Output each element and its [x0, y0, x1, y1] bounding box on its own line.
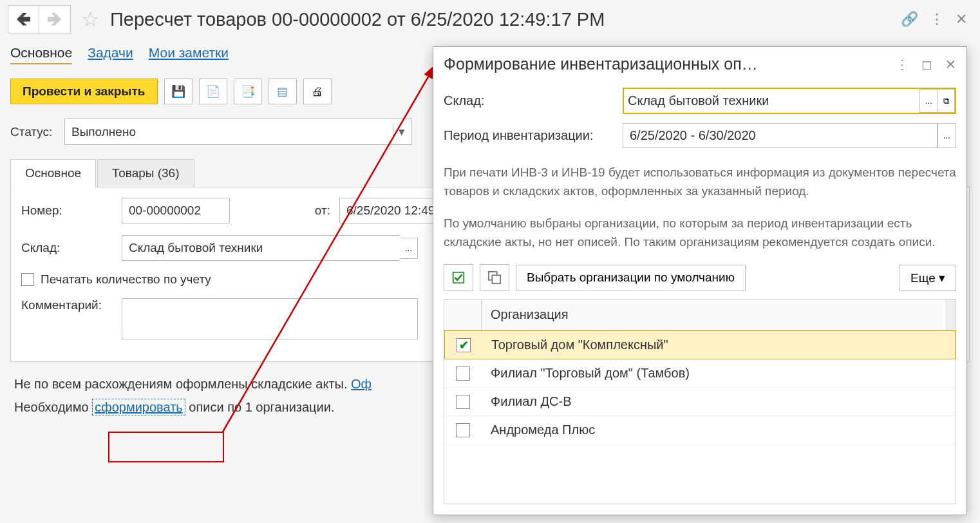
comment-textarea[interactable]	[122, 298, 418, 339]
post-icon: 📄	[206, 84, 220, 99]
print-icon: 🖨	[312, 85, 323, 99]
org-name-header: Организация	[482, 300, 945, 330]
post-and-close-button[interactable]: Провести и закрыть	[10, 79, 158, 104]
check-all-icon	[451, 271, 466, 285]
related-icon: 📑	[241, 84, 255, 99]
print-qty-checkbox[interactable]	[21, 273, 34, 286]
org-table-header: Организация	[444, 300, 956, 330]
svg-rect-3	[492, 275, 500, 283]
dlg-more-button[interactable]: Еще ▾	[900, 265, 956, 291]
dialog-header: Формирование инвентаризационных оп… ⋮ ◻ …	[433, 47, 966, 81]
more-icon[interactable]: ⋮	[930, 11, 944, 28]
dlg-toolbar: Выбрать организации по умолчанию Еще ▾	[444, 264, 956, 291]
save-icon: 💾	[171, 84, 185, 99]
dlg-period-row: Период инвентаризации: 6/25/2020 - 6/30/…	[444, 123, 956, 148]
warehouse-label: Склад:	[21, 241, 113, 255]
comment-label: Комментарий:	[21, 298, 113, 312]
org-row-name: Андромеда Плюс	[482, 423, 956, 437]
header: 🡸 🡺 ☆ Пересчет товаров 00-00000002 от 6/…	[0, 0, 980, 39]
note2-suffix: описи по 1 организации.	[185, 400, 335, 414]
dlg-period-wrap: 6/25/2020 - 6/30/2020 ...	[623, 123, 956, 148]
org-row[interactable]: Филиал ДС-В	[444, 388, 956, 416]
form-inventory-link[interactable]: сформировать	[92, 399, 185, 415]
org-row-checkbox[interactable]	[456, 395, 470, 409]
dlg-warehouse-picker[interactable]: ...	[919, 89, 938, 113]
dialog-title: Формирование инвентаризационных оп…	[444, 55, 883, 73]
note1-text: Не по всем расхождениям оформлены складс…	[14, 377, 351, 391]
dialog-body: Склад: Склад бытовой техники ... ⧉ Перио…	[433, 81, 966, 515]
print-qty-label: Печатать количество по учету	[41, 272, 211, 287]
dlg-warehouse-wrap: Склад бытовой техники ... ⧉	[623, 88, 956, 114]
related-button[interactable]: 📑	[234, 79, 262, 104]
status-value: Выполнено	[71, 125, 136, 139]
dlg-info-2: По умолчанию выбраны организации, по кот…	[444, 214, 956, 251]
dialog-more-icon[interactable]: ⋮	[896, 57, 909, 72]
note2-prefix: Необходимо	[14, 400, 92, 414]
org-row-checkbox[interactable]	[456, 423, 470, 437]
warehouse-picker-button[interactable]: ...	[400, 238, 418, 259]
dlg-more-label: Еще	[910, 271, 936, 285]
from-label: от:	[239, 204, 330, 218]
status-select[interactable]: Выполнено ▾	[64, 119, 412, 145]
back-button[interactable]: 🡸	[8, 6, 39, 33]
note1-link[interactable]: Оф	[351, 377, 372, 391]
org-row[interactable]: Андромеда Плюс	[444, 416, 956, 444]
dialog-close-icon[interactable]: ✕	[945, 57, 956, 72]
dlg-period-picker[interactable]: ...	[938, 123, 956, 148]
status-label: Статус:	[10, 125, 57, 139]
number-input[interactable]: 00-00000002	[122, 198, 230, 223]
forward-button[interactable]: 🡺	[39, 6, 70, 33]
header-actions: 🔗 ⋮ ✕	[901, 11, 967, 28]
org-row-checkbox[interactable]	[457, 338, 471, 352]
save-button[interactable]: 💾	[164, 79, 193, 104]
dlg-warehouse-open[interactable]: ⧉	[938, 89, 955, 113]
inner-tab-main[interactable]: Основное	[10, 159, 96, 187]
print-button[interactable]: 🖨	[303, 79, 332, 104]
check-all-header[interactable]	[444, 300, 482, 330]
tab-main[interactable]: Основное	[10, 45, 72, 64]
inner-tab-goods[interactable]: Товары (36)	[97, 159, 194, 187]
dlg-period-input[interactable]: 6/25/2020 - 6/30/2020	[623, 123, 938, 148]
org-row-name: Торговый дом "Комплексный"	[482, 338, 955, 352]
report-icon: ▤	[277, 84, 288, 99]
link-icon[interactable]: 🔗	[901, 11, 918, 28]
chevron-down-icon: ▾	[939, 271, 945, 285]
warehouse-input[interactable]: Склад бытовой техники	[122, 235, 400, 261]
annotation-highlight	[108, 432, 224, 462]
page-title: Пересчет товаров 00-00000002 от 6/25/202…	[110, 9, 896, 30]
org-row-name: Филиал ДС-В	[482, 394, 956, 409]
dlg-warehouse-row: Склад: Склад бытовой техники ... ⧉	[444, 88, 956, 114]
uncheck-all-icon	[487, 271, 502, 285]
number-label: Номер:	[21, 204, 113, 218]
post-button[interactable]: 📄	[199, 79, 227, 104]
close-icon[interactable]: ✕	[956, 11, 967, 28]
chevron-down-icon: ▾	[393, 124, 405, 139]
nav-buttons: 🡸 🡺	[8, 5, 71, 33]
dialog-maximize-icon[interactable]: ◻	[921, 57, 932, 72]
inventory-dialog: Формирование инвентаризационных оп… ⋮ ◻ …	[433, 46, 967, 515]
select-default-orgs-button[interactable]: Выбрать организации по умолчанию	[516, 265, 746, 290]
org-table-body[interactable]: Торговый дом "Комплексный"Филиал "Торгов…	[444, 330, 956, 504]
scrollbar-head	[945, 300, 956, 330]
tab-my-notes[interactable]: Мои заметки	[149, 45, 229, 64]
org-row[interactable]: Торговый дом "Комплексный"	[444, 330, 956, 359]
favorite-icon[interactable]: ☆	[81, 7, 100, 32]
tab-tasks[interactable]: Задачи	[88, 45, 133, 64]
check-all-button[interactable]	[444, 264, 473, 291]
report-button[interactable]: ▤	[269, 79, 297, 104]
org-row-checkbox[interactable]	[456, 366, 470, 381]
org-row-name: Филиал "Торговый дом" (Тамбов)	[482, 366, 956, 381]
org-row[interactable]: Филиал "Торговый дом" (Тамбов)	[444, 359, 956, 388]
org-table: Организация Торговый дом "Комплексный"Фи…	[444, 299, 956, 504]
dlg-warehouse-label: Склад:	[444, 93, 615, 108]
dlg-warehouse-selected-text: Склад бытовой техники	[624, 89, 773, 113]
dlg-warehouse-input[interactable]: Склад бытовой техники	[624, 89, 919, 113]
dlg-period-label: Период инвентаризации:	[444, 128, 615, 143]
dlg-info-1: При печати ИНВ-3 и ИНВ-19 будет использо…	[444, 164, 956, 200]
uncheck-all-button[interactable]	[480, 264, 509, 291]
